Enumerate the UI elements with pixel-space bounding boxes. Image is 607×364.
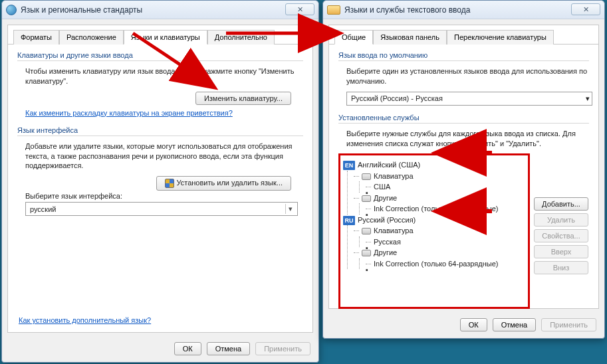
group-keyboards-desc: Чтобы изменить клавиатуру или язык ввода…: [25, 66, 303, 86]
titlebar[interactable]: Язык и региональные стандарты ✕: [2, 1, 318, 19]
ru-badge-icon: RU: [343, 216, 355, 225]
welcome-screen-layout-link[interactable]: Как изменить раскладку клавиатуры на экр…: [25, 109, 233, 117]
close-button[interactable]: ✕: [571, 3, 600, 15]
service-buttons: Добавить... Удалить Свойства... Вверх Вн…: [534, 197, 588, 309]
tab-body: Клавиатуры и другие языки ввода Чтобы из…: [8, 45, 312, 223]
client-area: Общие Языковая панель Переключение клави…: [328, 25, 599, 309]
window-title: Язык и региональные стандарты: [21, 5, 142, 15]
tab-location[interactable]: Расположение: [59, 30, 124, 45]
en-badge-icon: EN: [343, 161, 355, 170]
cancel-button[interactable]: Отмена: [493, 318, 536, 331]
group-display-lang-desc: Добавьте или удалите языки, которые могу…: [25, 141, 303, 171]
default-input-lang-label: Язык ввода по умолчанию: [338, 51, 589, 59]
tab-general[interactable]: Общие: [334, 30, 373, 45]
text-services-dialog: Языки и службы текстового ввода ✕ Общие …: [322, 0, 605, 339]
client-area: Форматы Расположение Языки и клавиатуры …: [7, 25, 313, 333]
shield-icon: [165, 179, 174, 188]
tab-formats[interactable]: Форматы: [13, 30, 59, 45]
installed-services-tree[interactable]: ENАнглийский (США) Клавиатура США Другие…: [338, 153, 530, 309]
titlebar[interactable]: Языки и службы текстового ввода ✕: [323, 1, 604, 19]
tab-keyboards-languages[interactable]: Языки и клавиатуры: [124, 30, 207, 45]
default-input-lang-combo[interactable]: Русский (Россия) - Русская ▾: [346, 92, 592, 106]
tab-advanced[interactable]: Дополнительно: [207, 30, 275, 45]
tree-other-node[interactable]: Другие: [355, 193, 525, 204]
globe-icon: [6, 5, 17, 15]
down-button: Вниз: [534, 261, 588, 274]
window-title: Языки и службы текстового ввода: [344, 5, 470, 15]
group-keyboards-label: Клавиатуры и другие языки ввода: [17, 51, 303, 59]
keyboard-icon: [362, 250, 371, 256]
display-language-value: русский: [30, 205, 56, 213]
default-input-lang-desc: Выберите один из установленных языков вв…: [346, 66, 589, 86]
tab-body: Язык ввода по умолчанию Выберите один из…: [329, 45, 598, 316]
keyboard-icon: [362, 195, 371, 202]
tabstrip: Форматы Расположение Языки и клавиатуры …: [8, 25, 312, 45]
tree-layout-item[interactable]: Русская: [367, 236, 525, 248]
folder-icon: [327, 5, 340, 15]
apply-button: Применить: [255, 342, 310, 355]
dialog-buttons: ОК Отмена Применить: [174, 342, 310, 355]
tree-other-node[interactable]: Другие: [355, 247, 525, 258]
tab-switch-keyboard[interactable]: Переключение клавиатуры: [447, 30, 554, 45]
remove-button: Удалить: [534, 213, 588, 227]
apply-button: Применить: [541, 318, 596, 331]
lang-node-en[interactable]: ENАнглийский (США): [343, 159, 525, 171]
tree-keyboard-node[interactable]: Клавиатура: [355, 171, 525, 182]
up-button: Вверх: [534, 245, 588, 258]
display-language-combo[interactable]: русский ▾: [25, 202, 298, 216]
tree-keyboard-node[interactable]: Клавиатура: [355, 225, 525, 236]
tree-layout-item[interactable]: США: [367, 181, 525, 193]
ok-button[interactable]: ОК: [174, 342, 201, 355]
installed-services-label: Установленные службы: [338, 114, 589, 122]
display-language-label: Выберите язык интерфейса:: [25, 192, 303, 200]
install-uninstall-lang-button[interactable]: Установить или удалить язык...: [156, 176, 292, 191]
chevron-down-icon: ▾: [285, 204, 295, 214]
tree-other-item[interactable]: Ink Correction (только 64-разрядные): [367, 203, 525, 215]
region-language-dialog: Язык и региональные стандарты ✕ Форматы …: [1, 0, 319, 363]
dialog-buttons: ОК Отмена Применить: [460, 318, 596, 331]
close-button[interactable]: ✕: [285, 3, 314, 15]
install-additional-language-link[interactable]: Как установить дополнительный язык?: [19, 316, 151, 324]
ok-button[interactable]: ОК: [460, 318, 487, 331]
keyboard-icon: [362, 228, 371, 234]
installed-services-desc: Выберите нужные службы для каждого языка…: [346, 129, 589, 149]
group-display-lang-label: Язык интерфейса: [17, 126, 303, 134]
change-keyboard-button[interactable]: Изменить клавиатуру...: [195, 92, 291, 105]
keyboard-icon: [362, 173, 371, 180]
default-input-lang-value: Русский (Россия) - Русская: [351, 94, 443, 102]
tree-other-item[interactable]: Ink Correction (только 64-разрядные): [367, 258, 525, 270]
add-button[interactable]: Добавить...: [534, 197, 588, 211]
properties-button: Свойства...: [534, 229, 588, 242]
chevron-down-icon: ▾: [586, 94, 590, 103]
tab-language-bar[interactable]: Языковая панель: [373, 30, 447, 45]
tabstrip: Общие Языковая панель Переключение клави…: [329, 25, 598, 45]
cancel-button[interactable]: Отмена: [207, 342, 250, 355]
